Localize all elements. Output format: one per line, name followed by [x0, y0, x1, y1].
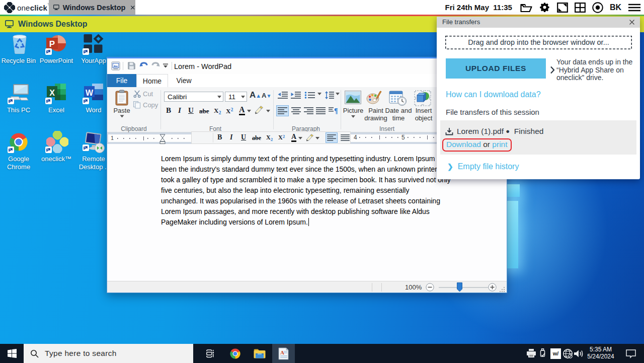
- svg-text:P: P: [49, 39, 55, 49]
- svg-text:X: X: [49, 89, 55, 97]
- svg-text:W: W: [86, 89, 94, 97]
- svg-text:¶: ¶: [334, 107, 338, 115]
